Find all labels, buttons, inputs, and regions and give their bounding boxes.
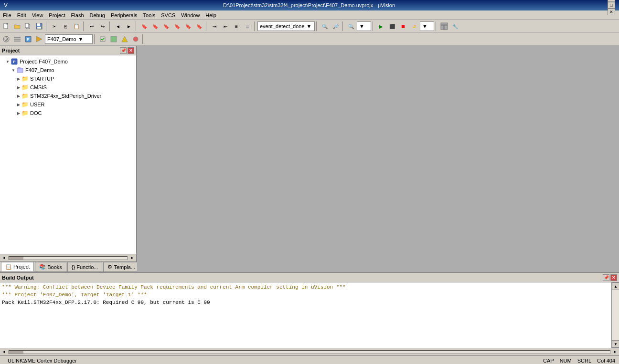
- find-button[interactable]: 🔍: [320, 21, 330, 31]
- hscroll-right-btn[interactable]: ►: [128, 255, 136, 261]
- bookmark2-button[interactable]: 🔖: [150, 21, 160, 31]
- left-panel: Project 📌 ✕ ▼ P Project: F407_Demo: [0, 46, 137, 272]
- menu-item-debug[interactable]: Debug: [87, 11, 108, 19]
- bookmark3-button[interactable]: 🔖: [161, 21, 171, 31]
- build-line-1: *** Warning: Conflict between Device Fam…: [2, 283, 609, 291]
- tree-item-cmsis[interactable]: ▶ 📁 CMSIS: [2, 83, 134, 92]
- layout-button[interactable]: [439, 21, 449, 31]
- tree-item-user[interactable]: ▶ 📁 USER: [2, 100, 134, 109]
- svg-rect-10: [444, 25, 448, 30]
- close-button[interactable]: ✕: [608, 9, 615, 15]
- open-file-button[interactable]: [12, 21, 22, 31]
- tree-item-startup[interactable]: ▶ 📁 STARTUP: [2, 74, 134, 83]
- chevron-target: ▼: [11, 68, 15, 73]
- bookmark5-button[interactable]: 🔖: [183, 21, 193, 31]
- pack-installer-button[interactable]: P: [23, 34, 33, 44]
- menu-item-edit[interactable]: Edit: [14, 11, 29, 19]
- menu-item-svcs[interactable]: SVCS: [158, 11, 178, 19]
- run-button[interactable]: ▶: [376, 21, 386, 31]
- tree-item-project[interactable]: ▼ P Project: F407_Demo: [2, 57, 134, 66]
- paste-button[interactable]: 📋: [71, 21, 82, 31]
- project-hscrollbar[interactable]: ◄ ►: [0, 254, 136, 261]
- panel-pin-button[interactable]: 📌: [120, 47, 127, 54]
- build-pin-button[interactable]: 📌: [603, 274, 609, 281]
- stop2-button[interactable]: ⏹: [398, 21, 408, 31]
- maximize-button[interactable]: □: [608, 2, 615, 9]
- hscroll-left-btn[interactable]: ◄: [0, 255, 8, 261]
- vscroll-down-btn[interactable]: ▼: [612, 340, 619, 348]
- bookmark-button[interactable]: 🔖: [139, 21, 149, 31]
- menu-item-view[interactable]: View: [29, 11, 46, 19]
- unindent-button[interactable]: ⇤: [220, 21, 231, 31]
- build-btn1[interactable]: [97, 34, 108, 44]
- redo-button[interactable]: ↪: [97, 21, 108, 31]
- bookmark6-button[interactable]: 🔖: [194, 21, 204, 31]
- folder-cmsis-label: CMSIS: [30, 84, 47, 90]
- svg-rect-8: [441, 23, 448, 25]
- menu-item-help[interactable]: Help: [203, 11, 219, 19]
- save-button[interactable]: [34, 21, 44, 31]
- panel-close-button[interactable]: ✕: [128, 47, 134, 54]
- debug-btn1[interactable]: 🔍: [346, 21, 356, 31]
- separator10: [436, 21, 438, 31]
- indent-button[interactable]: ⇥: [209, 21, 220, 31]
- middle-section: Project 📌 ✕ ▼ P Project: F407_Demo: [0, 46, 619, 272]
- target-dropdown[interactable]: F407_Demo ▼: [45, 34, 93, 44]
- tree-item-doc[interactable]: ▶ 📁 DOC: [2, 109, 134, 117]
- indent2-button[interactable]: ≡: [231, 21, 242, 31]
- build-target-button[interactable]: [34, 34, 44, 44]
- folder-user-icon: 📁: [21, 101, 29, 108]
- nav-back-button[interactable]: ◄: [113, 21, 123, 31]
- menu-item-flash[interactable]: Flash: [68, 11, 87, 19]
- build-close-button[interactable]: ✕: [610, 274, 617, 281]
- cut-button[interactable]: ✂: [49, 21, 60, 31]
- build-btn4[interactable]: [130, 34, 141, 44]
- folder-stdperiph-icon: 📁: [21, 92, 29, 100]
- toolbar-row-1: ✂ ⎘ 📋 ↩ ↪ ◄ ► 🔖 🔖 🔖 🔖 🔖 🔖 ⇥ ⇤ ≡ ≣ event_…: [0, 20, 619, 33]
- bookmark4-button[interactable]: 🔖: [172, 21, 182, 31]
- separator7: [316, 21, 318, 31]
- build-hscroll-right[interactable]: ►: [611, 349, 619, 355]
- menu-item-window[interactable]: Window: [178, 11, 203, 19]
- build-btn2[interactable]: [108, 34, 119, 44]
- tree-item-stdperiph[interactable]: ▶ 📁 STM32F4xx_StdPeriph_Driver: [2, 92, 134, 100]
- folder-startup-label: STARTUP: [30, 76, 54, 82]
- menu-item-tools[interactable]: Tools: [140, 11, 159, 19]
- tab-templates[interactable]: ⚙ Templa...: [103, 262, 139, 271]
- copy2-button[interactable]: ⎘: [60, 21, 71, 31]
- build-btn3[interactable]: [119, 34, 130, 44]
- build-hscroll[interactable]: ◄ ►: [0, 348, 619, 355]
- tab-books[interactable]: 📚 Books: [35, 262, 66, 271]
- vscroll-track: [612, 290, 619, 340]
- menu-item-file[interactable]: File: [0, 11, 14, 19]
- separator12: [142, 34, 144, 44]
- svg-point-23: [133, 37, 138, 42]
- hscroll-thumb[interactable]: [9, 257, 23, 260]
- content-wrapper: Project 📌 ✕ ▼ P Project: F407_Demo: [0, 46, 619, 364]
- find2-button[interactable]: 🔎: [331, 21, 341, 31]
- tab-project[interactable]: 📋 Project: [1, 262, 34, 271]
- tree-item-target[interactable]: ▼ F407_Demo: [2, 66, 134, 74]
- new-file-button[interactable]: [1, 21, 11, 31]
- run-dropdown[interactable]: ▼: [420, 21, 434, 31]
- nav-fwd-button[interactable]: ►: [124, 21, 134, 31]
- menu-item-project[interactable]: Project: [46, 11, 68, 19]
- debug-dropdown[interactable]: ▼: [357, 21, 371, 31]
- tab-functions[interactable]: {} Functio...: [67, 262, 103, 271]
- build-hscroll-thumb[interactable]: [9, 351, 23, 354]
- copy-button[interactable]: [23, 21, 33, 31]
- editor-area: [137, 46, 619, 272]
- function-dropdown[interactable]: event_detect_done ▼: [257, 21, 315, 31]
- vscroll-up-btn[interactable]: ▲: [612, 282, 619, 290]
- undo-button[interactable]: ↩: [86, 21, 97, 31]
- reset-button[interactable]: ↺: [409, 21, 419, 31]
- target-options-button[interactable]: [1, 34, 11, 44]
- manage-button[interactable]: [12, 34, 22, 44]
- settings-button[interactable]: 🔧: [450, 21, 460, 31]
- stop-button[interactable]: ⬛: [387, 21, 397, 31]
- tab-functions-label: Functio...: [76, 264, 98, 270]
- build-hscroll-left[interactable]: ◄: [0, 349, 8, 355]
- menu-item-peripherals[interactable]: Peripherals: [108, 11, 140, 19]
- format-button[interactable]: ≣: [242, 21, 253, 31]
- project-tree: ▼ P Project: F407_Demo ▼ F407_Demo ▶: [0, 55, 136, 254]
